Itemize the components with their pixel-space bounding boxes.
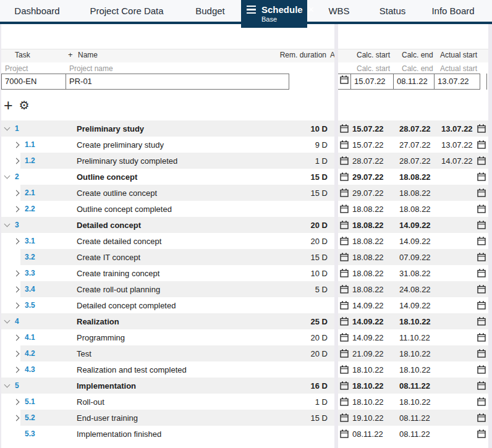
chevron-right-icon[interactable] [14,351,20,357]
calendar-icon[interactable] [477,429,486,438]
calendar-icon[interactable] [477,124,486,133]
calc-start-cell[interactable]: 18.08.22 [352,285,384,294]
task-name-cell[interactable]: Roll-out [77,397,104,407]
calc-end-cell[interactable]: 18.10.22 [399,365,431,374]
calendar-icon[interactable] [340,124,349,133]
calendar-icon[interactable] [477,221,486,229]
rem-duration-cell[interactable]: 9 D [315,140,328,150]
actual-start-cell[interactable]: 13.07.22 [441,124,473,133]
calendar-icon[interactable] [340,269,349,277]
calendar-icon[interactable] [340,333,349,342]
task-row-2.1[interactable]: 2.1Create outline concept15 D29.07.2218.… [1,185,488,201]
project-name-field[interactable]: PR-01 [66,74,289,89]
rem-duration-cell[interactable]: 15 D [311,413,328,423]
task-row-5.1[interactable]: 5.1Roll-out1 D18.10.2218.10.22 [1,394,488,410]
rem-duration-cell[interactable]: 20 D [311,221,328,230]
calc-end-cell[interactable]: 18.08.22 [399,172,431,182]
chevron-right-icon[interactable] [14,335,20,341]
task-name-cell[interactable]: Detailed concept [77,221,141,230]
task-name-cell[interactable]: Realization [77,317,119,326]
chevron-right-icon[interactable] [14,158,20,164]
calendar-icon[interactable] [477,349,486,358]
chevron-right-icon[interactable] [14,206,20,213]
task-name-cell[interactable]: Detailed concept completed [77,301,176,310]
chevron-down-icon[interactable] [4,125,11,131]
calendar-icon[interactable] [477,156,486,165]
task-row-4.1[interactable]: 4.1Programming20 D14.09.2211.10.22 [1,329,488,345]
task-name-cell[interactable]: End-user training [77,413,138,423]
calendar-icon[interactable] [477,381,486,390]
calendar-icon[interactable] [477,301,486,310]
calc-end-cell[interactable]: 18.08.22 [399,188,431,198]
calendar-icon[interactable] [340,349,349,358]
chevron-right-icon[interactable] [14,190,20,197]
task-row-3.1[interactable]: 3.1Create detailed concept20 D18.08.2214… [1,233,488,249]
calendar-icon[interactable] [477,205,486,213]
calc-start-cell[interactable]: 08.11.22 [352,429,383,439]
panel-splitter[interactable] [334,24,338,448]
task-row-1[interactable]: 1Preliminary study10 D15.07.2228.07.2213… [1,120,488,137]
calendar-icon[interactable] [340,205,349,213]
task-row-4.2[interactable]: 4.2Test20 D21.09.2218.10.22 [1,345,488,361]
calendar-icon[interactable] [477,269,486,277]
chevron-right-icon[interactable] [14,367,20,373]
rem-duration-cell[interactable]: 15 D [311,188,328,198]
task-row-3[interactable]: 3Detailed concept20 D18.08.2214.09.22 [1,217,488,233]
calc-end-cell[interactable]: 07.09.22 [399,253,431,262]
task-name-cell[interactable]: Preliminary study completed [77,156,177,166]
task-row-1.2[interactable]: 1.2Preliminary study completed1 D28.07.2… [1,153,488,169]
calc-end-cell[interactable]: 14.09.22 [399,301,431,310]
chevron-down-icon[interactable] [4,318,11,324]
calendar-icon[interactable] [340,397,349,406]
calc-end-cell[interactable]: 28.07.22 [399,124,431,133]
calc-end-cell[interactable]: 11.10.22 [399,333,430,342]
actual-start-cell[interactable]: 14.07.22 [441,156,473,166]
rem-duration-cell[interactable]: 20 D [311,333,328,342]
task-row-2.2[interactable]: 2.2Outline concept completed18.08.2218.0… [1,201,488,217]
left-edge-splitter[interactable] [0,24,1,448]
right-edge-splitter[interactable] [488,24,492,448]
calendar-icon[interactable] [340,156,349,165]
task-row-3.4[interactable]: 3.4Create roll-out planning5 D18.08.2224… [1,281,488,297]
task-name-cell[interactable]: Create preliminary study [77,140,164,150]
rem-duration-cell[interactable]: 5 D [315,285,328,294]
close-icon[interactable]: ✕ [308,5,315,14]
task-row-5[interactable]: 5Implementation16 D18.10.2208.11.22 [1,378,488,394]
calc-start-cell[interactable]: 15.07.22 [352,124,384,133]
calendar-icon[interactable] [477,140,486,149]
calc-start-cell[interactable]: 19.10.22 [352,413,384,423]
rem-duration-cell[interactable]: 20 D [311,349,328,358]
calc-end-cell[interactable]: 24.08.22 [399,285,431,294]
tab-wbs[interactable]: WBS [307,0,371,22]
tab-project-core-data[interactable]: Project Core Data [74,0,179,22]
task-row-5.2[interactable]: 5.2End-user training15 D19.10.2208.11.22 [1,410,488,426]
calendar-icon[interactable] [477,397,486,406]
rem-duration-cell[interactable]: 20 D [311,237,328,246]
project-actual-start-field[interactable]: 13.07.22 [435,74,480,89]
calendar-icon[interactable] [477,317,486,326]
calc-end-cell[interactable]: 18.10.22 [399,397,431,407]
chevron-right-icon[interactable] [14,271,20,277]
calendar-icon[interactable] [340,429,349,438]
calendar-icon[interactable] [340,317,349,326]
chevron-down-icon[interactable] [4,221,11,227]
calc-start-cell[interactable]: 29.07.22 [352,172,384,182]
calendar-icon[interactable] [338,74,351,89]
calc-start-cell[interactable]: 18.08.22 [352,221,384,230]
rem-duration-cell[interactable]: 10 D [311,124,328,133]
task-row-3.3[interactable]: 3.3Create training concept10 D18.08.2231… [1,265,488,281]
task-name-cell[interactable]: Realization and test completed [77,365,187,374]
rem-duration-cell[interactable]: 15 D [311,172,328,182]
calendar-icon[interactable] [477,285,486,294]
task-name-cell[interactable]: Programming [77,333,125,342]
tab-info-board[interactable]: Info Board [414,0,492,22]
calendar-icon[interactable] [477,253,486,261]
calendar-icon[interactable] [477,413,486,422]
calendar-icon[interactable] [340,188,349,197]
task-row-3.2[interactable]: 3.2Create IT concept15 D18.08.2207.09.22 [1,249,488,265]
calc-end-cell[interactable]: 14.09.22 [399,221,431,230]
project-id-field[interactable]: 7000-EN [2,74,66,89]
calc-end-cell[interactable]: 18.10.22 [399,349,431,358]
task-name-cell[interactable]: Implementation [77,381,136,391]
calendar-icon[interactable] [477,172,486,181]
